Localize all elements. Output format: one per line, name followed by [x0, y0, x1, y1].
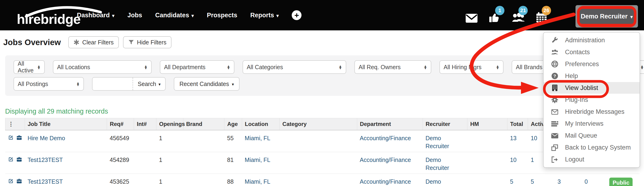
column-header-req[interactable]: Req# [107, 118, 134, 130]
job-title-link[interactable]: Test123TEST [28, 178, 63, 185]
column-header-brand[interactable]: Brand [183, 118, 224, 130]
menu-item-my-interviews[interactable]: My Interviews [544, 118, 640, 130]
messages-icon-button[interactable] [465, 8, 478, 23]
menu-item-mail-queue[interactable]: Mail Queue [544, 130, 640, 142]
categories-filter-select[interactable]: All Categories ▲▼ [242, 60, 346, 74]
column-header-category[interactable]: Category [280, 118, 357, 130]
candidates-badge: 21 [518, 6, 528, 15]
gear-icon [550, 96, 559, 103]
page-title: Jobs Overview [3, 38, 61, 47]
user-menu-button-face: Demo Recruiter ▾ [577, 7, 636, 26]
hiring-mgrs-filter-select[interactable]: All Hiring Mgrs ▲▼ [440, 60, 504, 74]
hidden-count-cell: 3 [558, 178, 561, 185]
menu-item-hirebridge-messages[interactable]: Hirebridge Messages [544, 106, 640, 118]
search-input[interactable] [92, 77, 132, 90]
recruiter-link[interactable]: Demo Recruiter [426, 178, 449, 186]
active-count-link[interactable]: 1 [531, 157, 534, 163]
column-header-age[interactable]: Age [224, 118, 242, 130]
edit-job-icon[interactable] [8, 134, 14, 141]
hide-filters-button[interactable]: Hide Filters [123, 36, 172, 48]
chevron-down-icon: ▾ [232, 82, 234, 87]
total-count-link[interactable]: 13 [510, 135, 516, 141]
filters-row-2: All Postings ▲▼ Search ▾ Recent Candidat… [14, 77, 240, 91]
status-filter-select[interactable]: All Active ▲▼ [14, 60, 45, 74]
menu-item-administration[interactable]: Administration [544, 34, 640, 46]
column-header-department[interactable]: Department [357, 118, 423, 130]
category-cell [280, 130, 357, 152]
candidates-icon-button[interactable]: 21 [512, 8, 525, 23]
active-count-link[interactable]: 5 [531, 178, 534, 185]
department-link[interactable]: Accounting/Finance [360, 135, 411, 141]
filter-funnel-icon [128, 39, 134, 45]
edit-job-icon[interactable] [8, 156, 14, 163]
menu-item-view-joblist[interactable]: View Joblist [544, 82, 640, 94]
top-navbar: hirebridge Dashboard▾ Jobs Candidates▾ P… [0, 0, 644, 30]
nav-item-candidates[interactable]: Candidates▾ [155, 12, 194, 19]
recent-candidates-button[interactable]: Recent Candidates ▾ [174, 77, 240, 91]
req-owners-filter-select[interactable]: All Req. Owners ▲▼ [354, 60, 431, 74]
add-new-button[interactable]: + [292, 10, 302, 20]
locations-filter-select[interactable]: All Locations ▲▼ [53, 60, 152, 74]
postings-filter-select[interactable]: All Postings ▲▼ [14, 77, 84, 91]
recruiter-link[interactable]: Demo Recruiter [426, 157, 449, 171]
approvals-icon-button[interactable]: 1 [488, 8, 502, 23]
column-header-openings[interactable]: Openings [156, 118, 183, 130]
job-title-link[interactable]: Test123TEST [28, 157, 63, 163]
asterisk-icon [74, 39, 80, 45]
briefcase-icon[interactable] [16, 178, 22, 184]
life-ring-icon [550, 60, 559, 67]
menu-item-logout[interactable]: Logout [544, 154, 640, 165]
column-header-total[interactable]: Total [507, 118, 528, 130]
openings-cell: 1 [156, 152, 183, 174]
nav-item-reports[interactable]: Reports▾ [250, 12, 279, 19]
select-spinner-icon: ▲▼ [338, 65, 342, 69]
select-spinner-icon: ▲▼ [144, 65, 148, 69]
calendar-icon-button[interactable]: 26 [535, 8, 548, 23]
briefcase-icon[interactable] [16, 134, 22, 141]
menu-item-preferences[interactable]: Preferences [544, 58, 640, 70]
job-title-link[interactable]: Hire Me Demo [28, 135, 65, 141]
hm-cell [468, 174, 507, 186]
nav-item-prospects[interactable]: Prospects [207, 12, 238, 19]
department-link[interactable]: Accounting/Finance [360, 178, 411, 185]
column-header-recruiter[interactable]: Recruiter [423, 118, 467, 130]
hidden-count-cell: 0 [584, 178, 588, 185]
active-count-link[interactable]: 10 [531, 135, 537, 141]
user-menu-button[interactable]: Demo Recruiter ▾ [576, 5, 638, 28]
search-button[interactable]: Search ▾ [132, 77, 165, 90]
total-count-link[interactable]: 5 [510, 178, 513, 185]
clear-filters-button[interactable]: Clear Filters [68, 36, 119, 48]
menu-item-plug-ins[interactable]: Plug-Ins [544, 94, 640, 106]
user-dropdown-menu: Administration Contacts Preferences ? He… [543, 32, 640, 168]
openings-cell: 1 [156, 174, 183, 186]
briefcase-icon[interactable] [16, 156, 22, 163]
wrench-icon [550, 37, 559, 44]
location-link[interactable]: Miami, FL [245, 135, 270, 141]
int-cell [134, 130, 156, 152]
location-link[interactable]: Miami, FL [245, 157, 270, 163]
column-header-hm[interactable]: HM [468, 118, 507, 130]
calendar-badge: 26 [542, 6, 551, 15]
table-row: Test123TEST 453625 1 88 Miami, FL Accoun… [5, 174, 640, 186]
departments-filter-select[interactable]: All Departments ▲▼ [160, 60, 234, 74]
menu-item-back-to-legacy-system[interactable]: Back to Legacy System [544, 142, 640, 153]
row-menu-column-header[interactable]: ⋮ [5, 118, 25, 130]
menu-item-help[interactable]: ? Help [544, 70, 640, 82]
status-badge: Public [609, 177, 632, 186]
select-spinner-icon: ▲▼ [227, 65, 230, 69]
notification-icons: 1 21 [465, 0, 548, 30]
recruiter-link[interactable]: Demo Recruiter [426, 135, 449, 149]
hm-cell [468, 130, 507, 152]
column-header-location[interactable]: Location [242, 118, 279, 130]
column-header-job-title[interactable]: Job Title [25, 118, 107, 130]
menu-item-contacts[interactable]: Contacts [544, 46, 640, 58]
location-link[interactable]: Miami, FL [245, 178, 270, 185]
column-header-int[interactable]: Int# [134, 118, 156, 130]
nav-item-dashboard[interactable]: Dashboard▾ [77, 12, 114, 19]
department-link[interactable]: Accounting/Finance [360, 157, 411, 163]
edit-job-icon[interactable] [8, 177, 14, 184]
req-cell: 456549 [107, 130, 134, 152]
total-count-link[interactable]: 10 [510, 157, 516, 163]
logo-text: hirebridge [17, 11, 80, 27]
nav-item-jobs[interactable]: Jobs [128, 12, 142, 19]
